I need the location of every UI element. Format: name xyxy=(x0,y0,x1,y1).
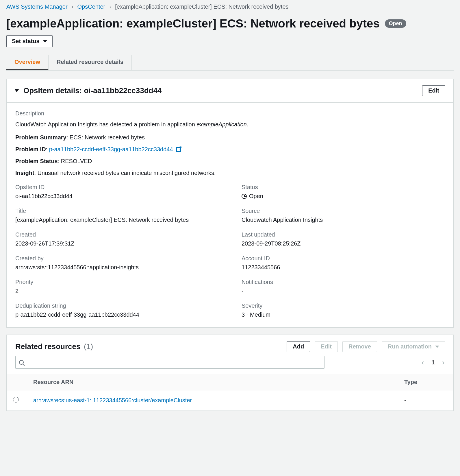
field-label: OpsItem ID xyxy=(15,184,218,191)
edit-opsitem-button[interactable]: Edit xyxy=(422,85,445,96)
insight-label: Insight xyxy=(15,170,34,176)
field-value: Cloudwatch Application Insights xyxy=(242,217,445,223)
row-radio[interactable] xyxy=(13,397,19,403)
description-prefix: CloudWatch Application Insights has dete… xyxy=(15,121,196,128)
problem-summary: Problem Summary: ECS: Network received b… xyxy=(15,134,445,141)
related-resources-header: Related resources (1) Add Edit Remove Ru… xyxy=(7,335,453,356)
problem-id: Problem ID: p-aa11bb22-ccdd-eeff-33gg-aa… xyxy=(15,146,445,153)
opsitem-panel-header: OpsItem details: oi-aa11bb22cc33dd44 Edi… xyxy=(7,79,453,103)
set-status-label: Set status xyxy=(12,38,40,45)
col-select xyxy=(7,374,25,390)
breadcrumb-section[interactable]: OpsCenter xyxy=(77,3,105,10)
field-status: Status Open xyxy=(242,184,445,200)
set-status-button[interactable]: Set status xyxy=(6,35,53,47)
run-automation-button[interactable]: Run automation xyxy=(382,341,445,352)
insight: Insight: Unusual network received bytes … xyxy=(15,170,445,176)
field-value: 2023-09-26T17:39:31Z xyxy=(15,240,218,247)
field-label: Notifications xyxy=(242,279,445,285)
table-row: arn:aws:ecs:us-east-1: 112233445566:clus… xyxy=(7,390,453,411)
problem-status-label: Problem Status xyxy=(15,158,58,164)
field-label: Created by xyxy=(15,255,218,262)
next-page-button[interactable]: › xyxy=(442,358,445,367)
resource-arn-link[interactable]: arn:aws:ecs:us-east-1: 112233445566:clus… xyxy=(33,397,192,403)
field-label: Deduplication string xyxy=(15,302,218,309)
description-app: exampleApplication xyxy=(196,121,246,128)
problem-id-link[interactable]: p-aa11bb22-ccdd-eeff-33gg-aa11bb22cc33dd… xyxy=(49,146,173,152)
field-notifications: Notifications - xyxy=(242,279,445,294)
field-value: Open xyxy=(249,193,263,200)
opsitem-panel-title: OpsItem details: oi-aa11bb22cc33dd44 xyxy=(23,86,162,95)
chevron-right-icon: › xyxy=(72,4,73,10)
problem-status: Problem Status: RESOLVED xyxy=(15,158,445,165)
related-resources-title: Related resources xyxy=(15,342,80,351)
clock-icon xyxy=(242,194,247,199)
field-severity: Severity 3 - Medium xyxy=(242,302,445,318)
field-value: p-aa11bb22-ccdd-eeff-33gg-aa11bb22cc33dd… xyxy=(15,311,218,318)
field-account-id: Account ID 112233445566 xyxy=(242,255,445,271)
field-value: 112233445566 xyxy=(242,264,445,271)
field-label: Account ID xyxy=(242,255,445,262)
chevron-right-icon: › xyxy=(109,4,111,10)
external-link-icon[interactable] xyxy=(176,147,181,152)
field-value: oi-aa11bb22cc33dd44 xyxy=(15,193,218,200)
field-value: 2023-09-29T08:25:26Z xyxy=(242,240,445,247)
caret-down-icon xyxy=(43,40,47,43)
breadcrumb-root[interactable]: AWS Systems Manager xyxy=(6,3,68,10)
field-priority: Priority 2 xyxy=(15,279,218,294)
opsitem-fields-grid: OpsItem ID oi-aa11bb22cc33dd44 Title [ex… xyxy=(15,184,445,318)
search-icon xyxy=(19,360,24,365)
field-label: Priority xyxy=(15,279,218,285)
field-value: 2 xyxy=(15,288,218,294)
field-source: Source Cloudwatch Application Insights xyxy=(242,208,445,223)
related-resources-table: Resource ARN Type arn:aws:ecs:us-east-1:… xyxy=(7,374,453,411)
field-title: Title [exampleApplication: exampleCluste… xyxy=(15,208,218,223)
resource-type-value: - xyxy=(398,390,453,411)
tabs: Overview Related resource details xyxy=(6,55,454,71)
field-label: Source xyxy=(242,208,445,214)
add-resource-button[interactable]: Add xyxy=(287,341,310,352)
field-label: Last updated xyxy=(242,231,445,238)
field-value: [exampleApplication: exampleCluster] ECS… xyxy=(15,217,218,223)
field-created: Created 2023-09-26T17:39:31Z xyxy=(15,231,218,247)
field-value: - xyxy=(242,288,445,294)
page-title: [exampleApplication: exampleCluster] ECS… xyxy=(6,17,380,30)
page-number: 1 xyxy=(431,359,435,366)
problem-summary-label: Problem Summary xyxy=(15,134,66,141)
edit-resource-button[interactable]: Edit xyxy=(315,341,338,352)
pagination: ‹ 1 › xyxy=(422,358,445,367)
related-resources-count: (1) xyxy=(84,342,93,351)
remove-resource-button[interactable]: Remove xyxy=(342,341,377,352)
tab-related-resource-details[interactable]: Related resource details xyxy=(49,55,132,70)
problem-id-label: Problem ID xyxy=(15,146,46,152)
problem-status-value: RESOLVED xyxy=(61,158,92,164)
description-label: Description xyxy=(15,110,445,117)
search-input[interactable] xyxy=(27,359,321,366)
breadcrumb: AWS Systems Manager › OpsCenter › [examp… xyxy=(6,3,454,10)
field-label: Created xyxy=(15,231,218,238)
run-automation-label: Run automation xyxy=(388,343,432,350)
prev-page-button[interactable]: ‹ xyxy=(422,358,424,367)
field-label: Status xyxy=(242,184,445,191)
description-text: CloudWatch Application Insights has dete… xyxy=(15,120,445,128)
field-opsitem-id: OpsItem ID oi-aa11bb22cc33dd44 xyxy=(15,184,218,200)
status-badge: Open xyxy=(385,19,406,28)
page-actions: Set status xyxy=(6,35,454,47)
field-last-updated: Last updated 2023-09-29T08:25:26Z xyxy=(242,231,445,247)
tab-overview[interactable]: Overview xyxy=(6,55,49,70)
related-resources-tools: ‹ 1 › xyxy=(7,356,453,374)
field-value: 3 - Medium xyxy=(242,311,445,318)
col-type: Type xyxy=(398,374,453,390)
collapse-caret-icon[interactable] xyxy=(15,89,19,92)
field-dedup: Deduplication string p-aa11bb22-ccdd-eef… xyxy=(15,302,218,318)
col-resource-arn: Resource ARN xyxy=(25,374,398,390)
page-header: [exampleApplication: exampleCluster] ECS… xyxy=(6,17,454,30)
description-suffix: . xyxy=(247,121,248,128)
breadcrumb-current: [exampleApplication: exampleCluster] ECS… xyxy=(115,3,288,10)
field-label: Severity xyxy=(242,302,445,309)
insight-value: Unusual network received bytes can indic… xyxy=(38,170,216,176)
problem-summary-value: ECS: Network received bytes xyxy=(70,134,145,141)
field-created-by: Created by arn:aws:sts::112233445566::ap… xyxy=(15,255,218,271)
field-value: arn:aws:sts::112233445566::application-i… xyxy=(15,264,218,271)
search-input-wrap[interactable] xyxy=(15,356,324,369)
related-resources-panel: Related resources (1) Add Edit Remove Ru… xyxy=(6,335,454,411)
